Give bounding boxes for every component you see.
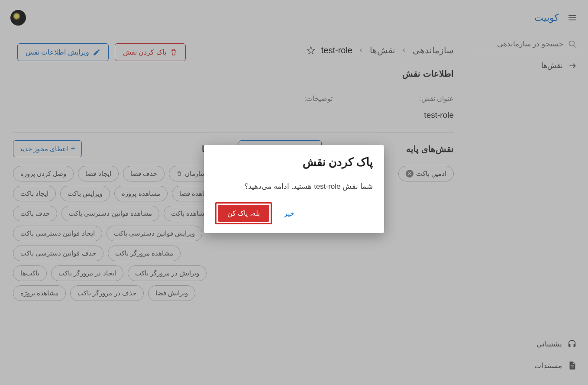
modal-yes-button[interactable]: بله، پاک کن xyxy=(218,205,269,222)
modal-overlay[interactable]: پاک کردن نقش شما نقش test-role هستید. اد… xyxy=(0,0,588,385)
modal-title: پاک کردن نقش xyxy=(215,155,373,169)
modal-body: شما نقش test-role هستید. ادامه می‌دهید؟ xyxy=(215,182,373,191)
highlight-box: بله، پاک کن xyxy=(215,202,272,224)
modal-no-button[interactable]: خیر xyxy=(279,206,300,221)
confirm-modal: پاک کردن نقش شما نقش test-role هستید. اد… xyxy=(204,145,384,233)
